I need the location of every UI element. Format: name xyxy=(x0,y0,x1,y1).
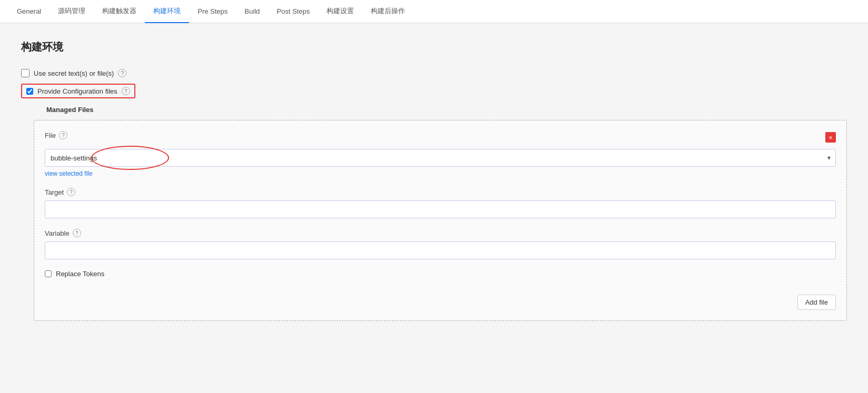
tab-build[interactable]: Build xyxy=(236,0,268,23)
file-dropdown[interactable]: bubble-settings xyxy=(45,149,836,167)
tab-general[interactable]: General xyxy=(8,0,50,23)
provide-config-checkbox[interactable] xyxy=(26,88,33,95)
view-selected-file-link[interactable]: view selected file xyxy=(45,170,93,177)
tab-bar: General 源码管理 构建触发器 构建环境 Pre Steps Build … xyxy=(0,0,868,23)
file-dropdown-section: bubble-settings ▾ view selected file xyxy=(45,149,836,177)
tab-trigger[interactable]: 构建触发器 xyxy=(94,0,145,23)
provide-config-label[interactable]: Provide Configuration files xyxy=(37,87,117,95)
replace-tokens-row: Replace Tokens xyxy=(45,270,836,278)
use-secret-checkbox[interactable] xyxy=(21,69,29,77)
remove-file-button[interactable]: × xyxy=(825,132,836,143)
tab-poststeps[interactable]: Post Steps xyxy=(268,0,318,23)
bottom-actions: Add file xyxy=(45,286,836,310)
file-help-icon[interactable]: ? xyxy=(59,131,67,139)
main-content: 构建环境 Use secret text(s) or file(s) ? Pro… xyxy=(0,23,868,393)
target-section: Target ? xyxy=(45,188,836,218)
dashed-container: File ? × bubble-settings ▾ view selecte xyxy=(34,120,847,321)
add-file-button[interactable]: Add file xyxy=(797,295,836,310)
variable-section: Variable ? xyxy=(45,229,836,259)
variable-input[interactable] xyxy=(45,241,836,259)
variable-label: Variable ? xyxy=(45,229,836,237)
provide-config-highlighted-row: Provide Configuration files ? xyxy=(21,84,135,98)
file-label: File ? xyxy=(45,131,67,139)
provide-config-help-icon[interactable]: ? xyxy=(122,87,130,95)
managed-files-label: Managed Files xyxy=(46,106,847,114)
target-help-icon[interactable]: ? xyxy=(67,188,75,196)
file-header-row: File ? × xyxy=(45,131,836,144)
tab-source[interactable]: 源码管理 xyxy=(50,0,94,23)
managed-files-section: Managed Files File ? × bubble-settings xyxy=(21,106,847,321)
tab-env[interactable]: 构建环境 xyxy=(145,0,189,23)
use-secret-row: Use secret text(s) or file(s) ? xyxy=(21,69,847,77)
replace-tokens-label[interactable]: Replace Tokens xyxy=(56,270,104,278)
use-secret-help-icon[interactable]: ? xyxy=(118,69,126,77)
use-secret-label[interactable]: Use secret text(s) or file(s) xyxy=(34,69,114,77)
replace-tokens-checkbox[interactable] xyxy=(45,270,52,277)
file-dropdown-wrapper: bubble-settings ▾ xyxy=(45,149,836,167)
variable-help-icon[interactable]: ? xyxy=(73,229,81,237)
target-input[interactable] xyxy=(45,200,836,218)
tab-presteps[interactable]: Pre Steps xyxy=(189,0,236,23)
tab-settings[interactable]: 构建设置 xyxy=(318,0,362,23)
tab-postbuild[interactable]: 构建后操作 xyxy=(362,0,413,23)
target-label: Target ? xyxy=(45,188,836,196)
page-title: 构建环境 xyxy=(21,40,847,54)
